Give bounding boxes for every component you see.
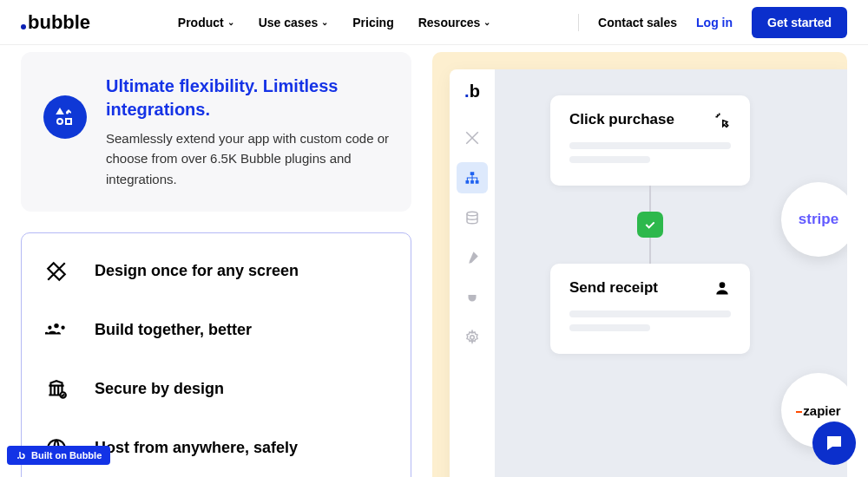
svg-rect-10 (476, 180, 479, 184)
feature-item-label: Host from anywhere, safely (95, 439, 298, 457)
placeholder-line (569, 156, 650, 163)
chevron-down-icon: ⌄ (483, 17, 490, 27)
get-started-button[interactable]: Get started (752, 7, 847, 38)
svg-point-13 (720, 282, 726, 288)
logo-dot-icon (21, 24, 26, 29)
workflow-title: Click purchase (569, 111, 674, 128)
svg-point-0 (57, 119, 62, 124)
feature-item-design[interactable]: Design once for any screen (44, 252, 388, 301)
placeholder-line (569, 142, 731, 149)
logo-text: bubble (28, 11, 90, 34)
feature-card-flexibility: Ultimate flexibility. Limitless integrat… (21, 52, 411, 212)
feature-item-team[interactable]: Build together, better (44, 301, 388, 360)
design-icon (44, 259, 69, 284)
stripe-logo-text: stripe (799, 211, 838, 228)
sidebar-plugins-icon[interactable] (457, 282, 488, 313)
logo[interactable]: bubble (21, 11, 90, 34)
sidebar-settings-icon[interactable] (457, 322, 488, 353)
nav-use-cases[interactable]: Use cases⌄ (259, 16, 329, 29)
svg-point-2 (54, 323, 58, 328)
stripe-badge: stripe (781, 182, 847, 257)
check-badge-icon (637, 212, 663, 238)
illustration-panel: .b Click purchase (432, 52, 847, 477)
workflow-title: Send receipt (569, 279, 658, 297)
shapes-icon (43, 95, 87, 139)
built-on-bubble-badge[interactable]: Built on Bubble (7, 446, 110, 465)
zapier-logo-text: zapier (796, 403, 840, 418)
svg-rect-8 (466, 180, 470, 184)
sidebar-design-icon[interactable] (457, 122, 488, 154)
editor-logo: .b (464, 82, 480, 101)
built-badge-label: Built on Bubble (31, 450, 102, 461)
sidebar-workflow-icon[interactable] (457, 162, 488, 193)
feature-item-secure[interactable]: Secure by design (44, 360, 388, 419)
chat-icon (824, 433, 845, 454)
chevron-down-icon: ⌄ (321, 17, 328, 27)
nav-pricing[interactable]: Pricing (352, 16, 393, 29)
nav-product[interactable]: Product⌄ (178, 16, 234, 29)
top-nav: bubble Product⌄ Use cases⌄ Pricing Resou… (0, 0, 868, 45)
connector-line (649, 238, 651, 264)
workflow-card-receipt[interactable]: Send receipt (550, 264, 750, 354)
svg-point-3 (48, 325, 51, 329)
app-window: .b Click purchase (450, 69, 847, 477)
feature-item-label: Design once for any screen (95, 262, 299, 280)
feature-item-label: Build together, better (95, 321, 252, 339)
workflow-card-purchase[interactable]: Click purchase (550, 95, 750, 186)
svg-rect-9 (470, 180, 474, 184)
sidebar-styles-icon[interactable] (457, 242, 488, 273)
placeholder-line (569, 310, 731, 317)
chevron-down-icon: ⌄ (227, 17, 234, 27)
bubble-small-icon (16, 450, 26, 461)
feature-title: Ultimate flexibility. Limitless integrat… (106, 75, 389, 121)
click-icon (713, 111, 731, 128)
user-icon (713, 279, 731, 297)
divider (578, 14, 579, 31)
sidebar-data-icon[interactable] (457, 202, 488, 233)
svg-rect-1 (66, 119, 71, 124)
workflow-canvas: Click purchase (495, 69, 847, 477)
nav-center: Product⌄ Use cases⌄ Pricing Resources⌄ (178, 16, 490, 29)
svg-point-14 (17, 457, 19, 459)
svg-point-12 (470, 336, 475, 340)
nav-right: Contact sales Log in Get started (578, 7, 847, 38)
svg-point-4 (61, 325, 64, 329)
svg-point-11 (467, 212, 477, 216)
feature-item-label: Secure by design (95, 380, 224, 398)
connector-line (649, 186, 651, 212)
team-icon (44, 318, 69, 343)
feature-body: Seamlessly extend your app with custom c… (106, 128, 389, 189)
secure-icon (44, 377, 69, 402)
feature-list: Design once for any screen Build togethe… (21, 232, 411, 477)
chat-fab-button[interactable] (812, 421, 856, 465)
contact-sales-link[interactable]: Contact sales (598, 16, 677, 29)
login-link[interactable]: Log in (696, 16, 733, 29)
editor-sidebar: .b (450, 69, 495, 477)
svg-rect-7 (470, 172, 475, 175)
nav-resources[interactable]: Resources⌄ (418, 16, 491, 29)
placeholder-line (569, 324, 650, 331)
